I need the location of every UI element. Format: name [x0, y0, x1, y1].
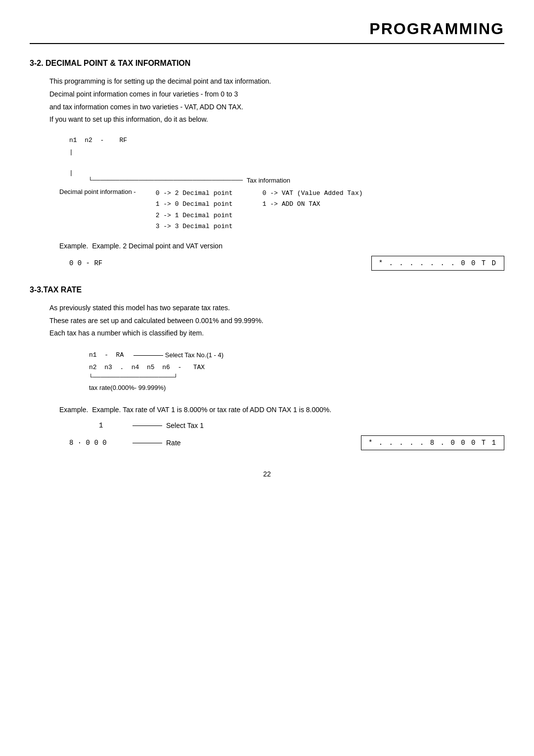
example-33-line2: 8 · 0 0 0 Rate * . . . . . 8 . 0 0 0 T 1 — [59, 435, 504, 450]
example-33-rate-left: 8 · 0 0 0 Rate — [69, 439, 181, 447]
page-header: PROGRAMMING — [30, 20, 504, 38]
example-33-select-label: Select Tax 1 — [166, 422, 204, 429]
decimal-row-2: 2 -> 1 Decimal point — [156, 210, 233, 221]
rate-arrow — [133, 443, 162, 443]
section-32-para3: and tax information comes in two varieti… — [49, 101, 504, 113]
section-33-para1: As previously stated this model has two … — [49, 302, 504, 314]
select-tax-arrow — [133, 425, 162, 426]
decimal-label: Decimal point information - — [59, 188, 136, 195]
decimal-tax-table: Decimal point information - 0 -> 2 Decim… — [59, 188, 504, 232]
section-33-title: 3-3.TAX RATE — [30, 285, 504, 294]
section-32-para1: This programming is for setting up the d… — [49, 76, 504, 88]
diag33-line1: n1 - RA Select Tax No.(1 - 4) — [89, 349, 504, 362]
diag33-rate-label: tax rate(0.000%- 99.999%) — [89, 382, 504, 394]
section-33: 3-3.TAX RATE As previously stated this m… — [30, 285, 504, 451]
section-33-para3: Each tax has a number which is classifie… — [49, 328, 504, 339]
tax-row-1: 1 -> ADD ON TAX — [263, 199, 363, 210]
diag33-line2: n2 n3 . n4 n5 n6 - TAX — [89, 362, 504, 374]
decimal-col-values: 0 -> 2 Decimal point 1 -> 0 Decimal poin… — [156, 188, 233, 232]
branch-symbol: └─────────────────────────────────────── — [69, 177, 247, 184]
section-32: 3-2. DECIMAL POINT & TAX INFORMATION Thi… — [30, 59, 504, 271]
pipe-char: | — [69, 146, 73, 158]
page-title: PROGRAMMING — [30, 20, 504, 38]
decimal-col-label: Decimal point information - — [59, 188, 136, 195]
tax-row-0: 0 -> VAT (Value Added Tax) — [263, 188, 363, 199]
section-32-para2: Decimal point information comes in four … — [49, 89, 504, 100]
pipe-indent: | — [69, 169, 73, 177]
example-33-value1: 1 — [99, 422, 129, 429]
diag33-n1ra: n1 - RA — [89, 349, 132, 362]
example-32-title: Example. Example. 2 Decimal point and VA… — [59, 242, 504, 250]
section-32-body: This programming is for setting up the d… — [49, 76, 504, 126]
tax-col-values: 0 -> VAT (Value Added Tax) 1 -> ADD ON T… — [263, 188, 363, 210]
example-33-value2: 8 · 0 0 0 — [69, 439, 129, 447]
example-32-display: * . . . . . . . 0 0 T D — [371, 256, 504, 271]
diagram-32: n1 n2 - RF | — [69, 135, 504, 169]
section-32-title: 3-2. DECIMAL POINT & TAX INFORMATION — [30, 59, 504, 68]
decimal-row-3: 3 -> 3 Decimal point — [156, 221, 233, 232]
branch-line: └───────────────────────────────────────… — [69, 177, 504, 184]
example-33: Example. Example. Tax rate of VAT 1 is 8… — [59, 406, 504, 450]
page-number: 22 — [30, 470, 504, 478]
example-33-rate-label: Rate — [166, 439, 181, 447]
decimal-row-0: 0 -> 2 Decimal point — [156, 188, 233, 199]
section-33-para2: These rates are set up and calculated be… — [49, 315, 504, 327]
decimal-row-1: 1 -> 0 Decimal point — [156, 199, 233, 210]
diagram-line1: n1 n2 - RF — [69, 135, 504, 146]
example-32-row: 0 0 - RF * . . . . . . . 0 0 T D — [69, 256, 504, 271]
tax-info-label: Tax information — [247, 177, 290, 184]
diagram-line2: | — [69, 146, 504, 158]
diag33-bracket: └─────────────────────┘ — [89, 374, 504, 381]
diag33-select-label: Select Tax No.(1 - 4) — [165, 349, 223, 362]
example-33-display: * . . . . . 8 . 0 0 0 T 1 — [361, 435, 504, 450]
example-33-line1: 1 Select Tax 1 — [99, 422, 504, 429]
example-32: Example. Example. 2 Decimal point and VA… — [59, 242, 504, 271]
section-33-body: As previously stated this model has two … — [49, 302, 504, 339]
diagram-33: n1 - RA Select Tax No.(1 - 4) n2 n3 . n4… — [89, 349, 504, 394]
arrow-tax-info: | — [69, 169, 504, 177]
tree-branch — [69, 158, 534, 169]
section-32-para4: If you want to set up this information, … — [49, 114, 504, 126]
example-32-entry: 0 0 - RF — [69, 259, 102, 267]
header-divider — [30, 43, 504, 44]
diag33-arrow — [134, 355, 163, 356]
example-33-title: Example. Example. Tax rate of VAT 1 is 8… — [59, 406, 504, 414]
diagram-line3 — [69, 158, 504, 169]
